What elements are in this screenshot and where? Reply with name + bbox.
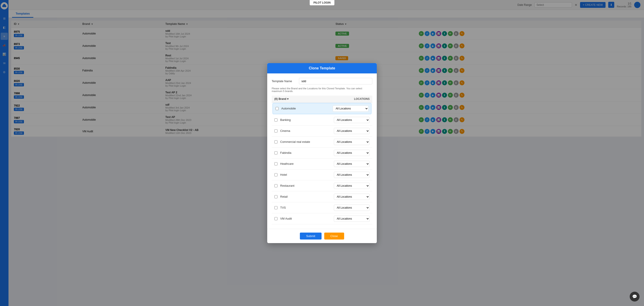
brand-name: Retail: [280, 195, 331, 198]
modal-overlay[interactable]: Clone Template Template Name Please sele…: [0, 0, 644, 306]
location-select[interactable]: All Locations: [334, 216, 370, 222]
brand-checkbox[interactable]: [274, 184, 278, 187]
brand-row: Hotel All Locations: [272, 169, 372, 180]
brand-row: Retail All Locations: [272, 191, 372, 202]
brand-name: TVS: [280, 206, 331, 209]
brand-dropdown[interactable]: (0) Brand ▾: [274, 97, 288, 101]
location-select[interactable]: All Locations: [334, 161, 370, 167]
template-name-input[interactable]: [299, 78, 372, 84]
brand-name: Automobile: [281, 107, 330, 110]
template-name-label: Template Name: [272, 80, 296, 83]
brand-checkbox[interactable]: [274, 151, 278, 154]
brand-checkbox[interactable]: [274, 173, 278, 176]
brand-checkbox[interactable]: [274, 217, 278, 220]
brand-row: Commercial real estate All Locations: [272, 137, 372, 148]
clone-template-modal: Clone Template Template Name Please sele…: [267, 63, 377, 243]
brand-header: (0) Brand ▾ LOCATIONS: [272, 96, 372, 103]
brand-name: Restaurant: [280, 184, 331, 187]
brand-name: Commercial real estate: [280, 140, 331, 143]
brand-row: Automobile All Locations: [272, 103, 372, 114]
brand-name: Cinema: [280, 129, 331, 133]
location-select[interactable]: All Locations: [334, 194, 370, 200]
brand-checkbox[interactable]: [274, 206, 278, 209]
location-select[interactable]: All Locations: [334, 117, 370, 123]
modal-footer: Submit Close: [267, 229, 377, 243]
hint-text: Please select the Brand and the Location…: [272, 87, 372, 92]
brand-label: Brand: [278, 97, 286, 101]
location-select[interactable]: All Locations: [334, 183, 370, 189]
close-button[interactable]: Close: [324, 233, 344, 239]
brand-checkbox[interactable]: [274, 162, 278, 165]
brand-name: Fabindia: [280, 151, 331, 154]
brand-row: Cinema All Locations: [272, 126, 372, 137]
brand-row: TVS All Locations: [272, 202, 372, 213]
chat-button[interactable]: 💬: [630, 292, 640, 301]
brand-row: Banking All Locations: [272, 115, 372, 126]
brand-name: VM Audit: [280, 217, 331, 220]
location-select[interactable]: All Locations: [334, 150, 370, 156]
pilot-login-bar: PILOT LOGIN: [310, 0, 334, 5]
location-select[interactable]: All Locations: [334, 205, 370, 211]
brand-name: Banking: [280, 118, 331, 122]
brand-row: Fabindia All Locations: [272, 148, 372, 158]
location-select[interactable]: All Locations: [334, 172, 370, 178]
brand-count: (0): [274, 97, 278, 101]
brand-checkbox[interactable]: [274, 118, 278, 122]
brand-checkbox[interactable]: [274, 129, 278, 133]
brand-row: VM Audit All Locations: [272, 213, 372, 224]
template-name-row: Template Name: [272, 78, 372, 84]
location-select[interactable]: All Locations: [334, 139, 370, 145]
brand-name: Heathcare: [280, 162, 331, 165]
brand-checkbox[interactable]: [274, 195, 278, 198]
modal-body: Template Name Please select the Brand an…: [267, 73, 377, 229]
location-select[interactable]: All Locations: [333, 105, 368, 112]
modal-header: Clone Template: [267, 63, 377, 73]
brand-name: Hotel: [280, 173, 331, 176]
locations-header-label: LOCATIONS: [354, 97, 370, 101]
location-select[interactable]: All Locations: [334, 128, 370, 134]
brand-row: Heathcare All Locations: [272, 158, 372, 169]
brand-list: Automobile All Locations Banking All Loc…: [272, 103, 372, 224]
brand-checkbox[interactable]: [274, 140, 278, 143]
submit-button[interactable]: Submit: [300, 233, 321, 239]
brand-checkbox[interactable]: [276, 107, 278, 110]
brand-row: Restaurant All Locations: [272, 180, 372, 191]
brand-chevron-icon: ▾: [287, 97, 288, 101]
